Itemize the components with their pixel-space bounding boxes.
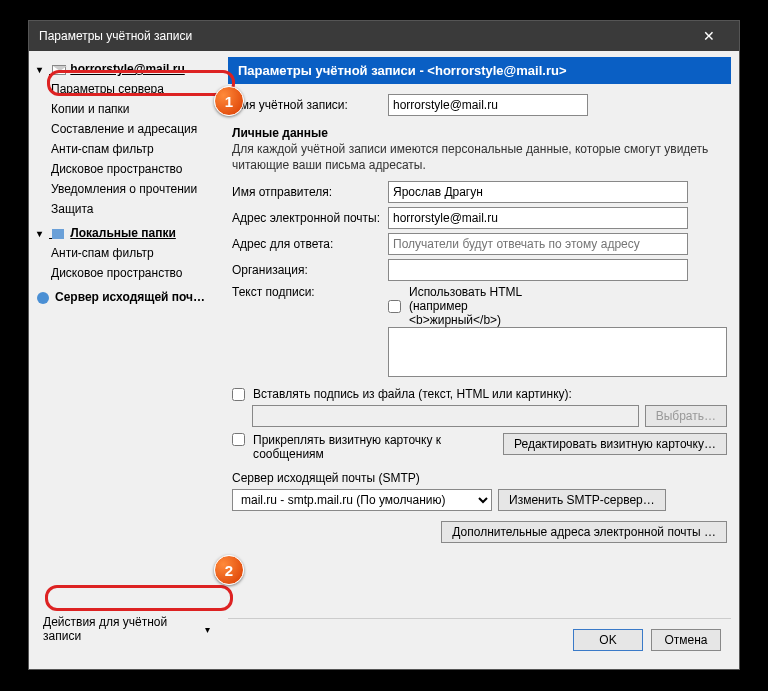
email-label: Адрес электронной почты: xyxy=(232,211,382,225)
edit-vcard-button[interactable]: Редактировать визитную карточку… xyxy=(503,433,727,455)
sidebar-item-copies[interactable]: Копии и папки xyxy=(33,99,220,119)
sidebar-local-label: Локальные папки xyxy=(70,226,176,240)
close-button[interactable]: ✕ xyxy=(689,21,729,51)
window-title: Параметры учётной записи xyxy=(39,29,689,43)
content-header: Параметры учётной записи - <horrorstyle@… xyxy=(228,57,731,84)
account-name-input[interactable] xyxy=(388,94,588,116)
sidebar-smtp[interactable]: Сервер исходящей поч… xyxy=(33,287,220,307)
file-sig-path-input xyxy=(252,405,639,427)
header-prefix: Параметры учётной записи - xyxy=(238,63,427,78)
reply-label: Адрес для ответа: xyxy=(232,237,382,251)
sidebar-local-folders[interactable]: Локальные папки xyxy=(33,223,220,243)
org-label: Организация: xyxy=(232,263,382,277)
account-name-label: Имя учётной записи: xyxy=(232,98,382,112)
sidebar-local-disk[interactable]: Дисковое пространство xyxy=(33,263,220,283)
mail-icon xyxy=(52,65,66,75)
personal-heading: Личные данные xyxy=(232,126,727,140)
html-checkbox-row[interactable]: Использовать HTML (например <b>жирный</b… xyxy=(388,285,538,327)
personal-desc: Для каждой учётной записи имеются персон… xyxy=(232,142,727,173)
edit-smtp-button[interactable]: Изменить SMTP-сервер… xyxy=(498,489,666,511)
file-sig-row[interactable]: Вставлять подпись из файла (текст, HTML … xyxy=(232,387,727,401)
reply-input[interactable] xyxy=(388,233,688,255)
sidebar-account-root[interactable]: horrorstyle@mail.ru xyxy=(33,59,220,79)
email-input[interactable] xyxy=(388,207,688,229)
sender-label: Имя отправителя: xyxy=(232,185,382,199)
ok-button[interactable]: OK xyxy=(573,629,643,651)
file-sig-checkbox[interactable] xyxy=(232,388,245,401)
dialog-footer: OK Отмена xyxy=(228,618,731,661)
smtp-section-label: Сервер исходящей почты (SMTP) xyxy=(232,471,727,485)
sender-input[interactable] xyxy=(388,181,688,203)
sidebar-item-receipts[interactable]: Уведомления о прочтении xyxy=(33,179,220,199)
chevron-down-icon: ▾ xyxy=(205,624,210,635)
step-bubble-2: 2 xyxy=(214,555,244,585)
sidebar-item-compose[interactable]: Составление и адресация xyxy=(33,119,220,139)
org-input[interactable] xyxy=(388,259,688,281)
vcard-checkbox[interactable] xyxy=(232,433,245,446)
sidebar-smtp-label: Сервер исходящей поч… xyxy=(55,290,205,304)
sidebar-item-spam[interactable]: Анти-спам фильтр xyxy=(33,139,220,159)
account-actions-button[interactable]: Действия для учётной записи ▾ xyxy=(39,613,214,645)
folder-icon xyxy=(52,229,64,239)
smtp-select[interactable]: mail.ru - smtp.mail.ru (По умолчанию) xyxy=(232,489,492,511)
file-sig-label: Вставлять подпись из файла (текст, HTML … xyxy=(253,387,572,401)
sidebar-local-spam[interactable]: Анти-спам фильтр xyxy=(33,243,220,263)
header-email: <horrorstyle@mail.ru> xyxy=(427,63,566,78)
sidebar-item-server[interactable]: Параметры сервера xyxy=(33,79,220,99)
titlebar: Параметры учётной записи ✕ xyxy=(29,21,739,51)
vcard-row[interactable]: Прикреплять визитную карточку к сообщени… xyxy=(232,433,497,461)
sidebar-item-security[interactable]: Защита xyxy=(33,199,220,219)
extra-emails-button[interactable]: Дополнительные адреса электронной почты … xyxy=(441,521,727,543)
sidebar-item-disk[interactable]: Дисковое пространство xyxy=(33,159,220,179)
account-settings-window: Параметры учётной записи ✕ horrorstyle@m… xyxy=(28,20,740,670)
html-checkbox[interactable] xyxy=(388,300,401,313)
sidebar: horrorstyle@mail.ru Параметры сервера Ко… xyxy=(29,51,224,669)
account-actions-label: Действия для учётной записи xyxy=(43,615,201,643)
signature-textarea[interactable] xyxy=(388,327,727,377)
cancel-button[interactable]: Отмена xyxy=(651,629,721,651)
html-checkbox-label: Использовать HTML (например <b>жирный</b… xyxy=(409,285,538,327)
step-bubble-1: 1 xyxy=(214,86,244,116)
content-pane: Параметры учётной записи - <horrorstyle@… xyxy=(224,51,739,669)
sidebar-account-label: horrorstyle@mail.ru xyxy=(70,62,184,76)
vcard-label: Прикреплять визитную карточку к сообщени… xyxy=(253,433,453,461)
globe-icon xyxy=(37,292,49,304)
sig-label: Текст подписи: xyxy=(232,285,382,299)
browse-button: Выбрать… xyxy=(645,405,727,427)
